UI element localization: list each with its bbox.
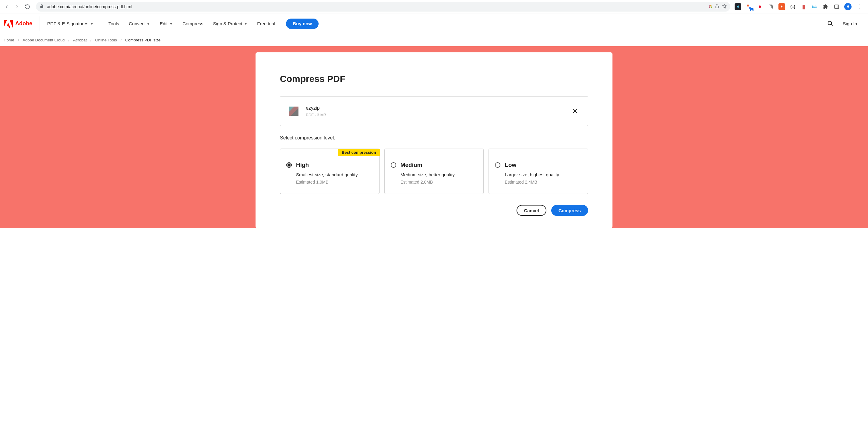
address-url: adobe.com/acrobat/online/compress-pdf.ht… <box>47 4 132 9</box>
extension-icon[interactable]: ▮ <box>800 3 807 10</box>
svg-rect-3 <box>835 5 839 8</box>
extension-braces-icon[interactable]: {=} <box>789 3 796 10</box>
hero-section: Compress PDF ezyzip PDF · 3 MB ✕ Select … <box>0 46 868 228</box>
nav-free-trial[interactable]: Free trial <box>252 13 280 34</box>
nav-sign-protect[interactable]: Sign & Protect ▼ <box>208 13 252 34</box>
svg-rect-1 <box>747 5 749 6</box>
level-estimate: Estimated 1.0MB <box>296 180 358 185</box>
extensions-row: ⚛ 1 ● ✶ {=} ▮ hls H ⋮ <box>735 3 866 10</box>
svg-line-6 <box>831 24 832 25</box>
extension-icon[interactable]: ✶ <box>778 3 785 10</box>
breadcrumb-current: Compress PDF size <box>125 38 160 42</box>
nav-tools[interactable]: Tools <box>103 13 124 34</box>
chevron-down-icon: ▼ <box>169 22 173 26</box>
buy-now-button[interactable]: Buy now <box>286 19 318 29</box>
address-bar-icons: G <box>709 4 727 9</box>
adobe-logo[interactable]: Adobe <box>4 20 37 28</box>
extension-pinterest-icon[interactable]: ● <box>756 3 763 10</box>
radio-icon <box>495 162 500 168</box>
breadcrumb-online-tools[interactable]: Online Tools <box>95 38 117 42</box>
cancel-button[interactable]: Cancel <box>517 205 546 216</box>
radio-icon <box>391 162 396 168</box>
address-bar[interactable]: adobe.com/acrobat/online/compress-pdf.ht… <box>36 2 730 11</box>
breadcrumb-acrobat[interactable]: Acrobat <box>73 38 87 42</box>
file-thumbnail <box>289 106 299 116</box>
back-button[interactable] <box>2 2 11 11</box>
forward-button[interactable] <box>13 2 21 11</box>
profile-avatar[interactable]: H <box>844 3 851 10</box>
level-estimate: Estimated 2.0MB <box>401 180 455 185</box>
search-icon[interactable] <box>827 20 834 27</box>
browser-chrome: adobe.com/acrobat/online/compress-pdf.ht… <box>0 0 868 13</box>
level-title: Medium <box>401 162 455 168</box>
breadcrumb: Home / Adobe Document Cloud / Acrobat / … <box>0 34 868 46</box>
extensions-menu-icon[interactable] <box>822 3 829 10</box>
google-icon[interactable]: G <box>709 4 712 9</box>
level-estimate: Estimated 2.4MB <box>505 180 559 185</box>
level-medium[interactable]: Medium Medium size, better quality Estim… <box>384 149 484 194</box>
browser-menu-icon[interactable]: ⋮ <box>856 3 864 10</box>
file-meta: PDF · 3 MB <box>306 113 326 117</box>
compress-card: Compress PDF ezyzip PDF · 3 MB ✕ Select … <box>255 52 613 228</box>
side-panel-icon[interactable] <box>833 3 840 10</box>
svg-point-5 <box>828 21 832 25</box>
sign-in-link[interactable]: Sign In <box>843 21 857 26</box>
adobe-logo-icon <box>4 20 13 28</box>
remove-file-button[interactable]: ✕ <box>571 107 579 115</box>
file-row: ezyzip PDF · 3 MB ✕ <box>280 96 588 126</box>
radio-icon <box>286 162 292 168</box>
nav-pdf-esignatures[interactable]: PDF & E-Signatures ▼ <box>42 13 98 34</box>
level-desc: Larger size, highest quality <box>505 172 559 177</box>
level-desc: Smallest size, standard quality <box>296 172 358 177</box>
chevron-down-icon: ▼ <box>90 22 93 26</box>
nav-compress[interactable]: Compress <box>178 13 208 34</box>
close-icon: ✕ <box>572 107 578 115</box>
extension-crop-icon[interactable] <box>768 3 774 10</box>
nav-separator <box>101 17 101 31</box>
star-icon[interactable] <box>722 4 727 9</box>
breadcrumb-doc-cloud[interactable]: Adobe Document Cloud <box>23 38 65 42</box>
chevron-down-icon: ▼ <box>244 22 247 26</box>
extension-hls-icon[interactable]: hls <box>811 3 818 10</box>
extension-react-devtools-icon[interactable]: ⚛ <box>735 3 741 10</box>
adobe-nav: Adobe PDF & E-Signatures ▼ Tools Convert… <box>0 13 868 34</box>
extension-icon[interactable]: 1 <box>746 3 752 10</box>
action-row: Cancel Compress <box>280 205 588 216</box>
breadcrumb-home[interactable]: Home <box>4 38 14 42</box>
compress-button[interactable]: Compress <box>551 205 588 216</box>
compression-level-grid: Best compression High Smallest size, sta… <box>280 149 588 194</box>
lock-icon <box>40 4 44 9</box>
nav-convert[interactable]: Convert ▼ <box>124 13 155 34</box>
level-low[interactable]: Low Larger size, highest quality Estimat… <box>489 149 588 194</box>
level-title: Low <box>505 162 559 168</box>
level-title: High <box>296 162 358 168</box>
level-desc: Medium size, better quality <box>401 172 455 177</box>
best-compression-badge: Best compression <box>338 149 380 156</box>
select-level-label: Select compression level: <box>280 135 588 141</box>
level-high[interactable]: Best compression High Smallest size, sta… <box>280 149 379 194</box>
chevron-down-icon: ▼ <box>147 22 150 26</box>
reload-button[interactable] <box>23 2 32 11</box>
share-icon[interactable] <box>714 4 719 9</box>
adobe-logo-text: Adobe <box>15 21 32 27</box>
file-name: ezyzip <box>306 105 326 111</box>
page-title: Compress PDF <box>280 74 588 84</box>
nav-edit[interactable]: Edit ▼ <box>155 13 178 34</box>
